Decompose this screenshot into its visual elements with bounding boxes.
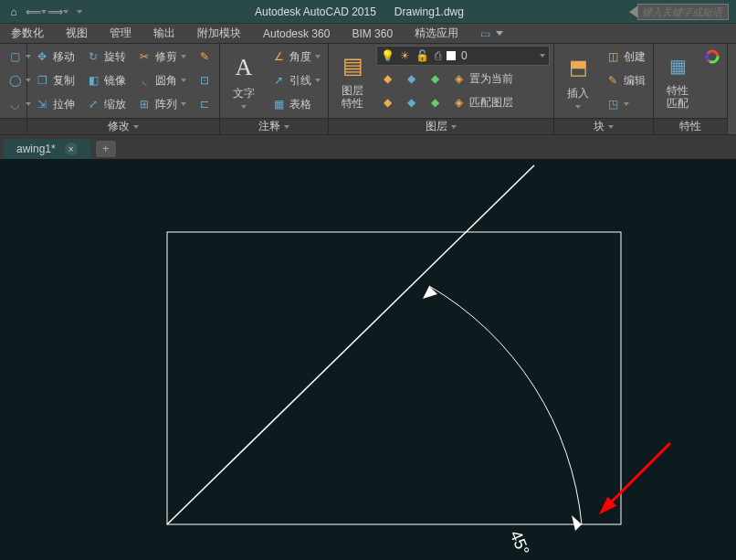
match-properties-button[interactable]: ▦ 特性 匹配 xyxy=(657,46,698,115)
insert-button[interactable]: ⬒ 插入 xyxy=(558,46,598,115)
table-button[interactable]: ▦表格 xyxy=(268,93,324,115)
tab-label: awing1* xyxy=(16,143,56,155)
panel-title-properties[interactable]: 特性 xyxy=(654,118,727,134)
rotate-button[interactable]: ↻旋转 xyxy=(82,46,130,68)
chevron-down-icon xyxy=(41,10,47,14)
drawing-canvas[interactable]: 45° xyxy=(0,159,736,560)
arrow-right-icon: ⟹ xyxy=(47,5,63,18)
scale-icon: ⤢ xyxy=(86,97,100,111)
move-icon: ✥ xyxy=(35,49,49,64)
layer-tool-6[interactable]: ◆ xyxy=(424,91,446,113)
edit-label: 编辑 xyxy=(624,73,646,89)
layer-tool-5[interactable]: ◆ xyxy=(400,91,422,113)
qat-more-button[interactable] xyxy=(69,3,89,21)
table-icon: ▦ xyxy=(271,97,286,111)
panel-title-layers[interactable]: 图层 xyxy=(329,118,553,134)
block-tool-button[interactable]: ◳ xyxy=(602,93,649,115)
stretch-icon: ⇲ xyxy=(35,97,49,111)
move-button[interactable]: ✥移动 xyxy=(31,46,79,68)
qat-back-button[interactable]: ⟸ xyxy=(26,3,46,21)
menu-output[interactable]: 输出 xyxy=(142,24,186,44)
chevron-down-icon xyxy=(540,54,545,58)
menu-parametric[interactable]: 参数化 xyxy=(0,24,55,44)
trim-label: 修剪 xyxy=(155,49,177,65)
edit-block-button[interactable]: ✎编辑 xyxy=(602,69,649,91)
create-block-button[interactable]: ◫创建 xyxy=(602,46,649,68)
layer-props-icon: ▤ xyxy=(338,51,367,80)
qat-home-button[interactable]: ⌂ xyxy=(4,3,24,21)
modify-tool-3[interactable]: ⊏ xyxy=(194,93,216,115)
layer-props-label: 图层 特性 xyxy=(342,84,363,111)
chevron-down-icon xyxy=(181,79,186,82)
menu-a360[interactable]: Autodesk 360 xyxy=(252,24,341,44)
rotate-icon: ↻ xyxy=(86,49,100,64)
angle-icon: ∠ xyxy=(271,49,286,64)
mirror-button[interactable]: ◧镜像 xyxy=(82,69,130,91)
modify-tool-2[interactable]: ⊡ xyxy=(194,69,216,91)
angle-dim-button[interactable]: ∠角度 xyxy=(268,46,324,68)
plus-icon: + xyxy=(102,143,109,155)
layer-icon: ◈ xyxy=(451,71,466,86)
modify-tool-1[interactable]: ✎ xyxy=(194,46,216,68)
menu-featured[interactable]: 精选应用 xyxy=(404,24,469,44)
chevron-down-icon xyxy=(315,55,321,58)
panel-title-annotate[interactable]: 注释 xyxy=(220,118,328,134)
file-name: Drawing1.dwg xyxy=(394,5,464,18)
stretch-label: 拉伸 xyxy=(53,97,75,112)
ribbon-panel-layers: ▤ 图层 特性 💡 ☀ 🔓 ⎙ 0 ◆ ◆ ◆ ◈置 xyxy=(329,44,554,134)
ribbon-panel-annotate: A 文字 ∠角度 ↗引线 ▦表格 注释 xyxy=(220,44,329,134)
tab-close-button[interactable]: × xyxy=(65,143,78,155)
layer-tool-1[interactable]: ◆ xyxy=(376,68,398,90)
menu-manage[interactable]: 管理 xyxy=(99,24,142,44)
leader-button[interactable]: ↗引线 xyxy=(268,69,324,91)
ribbon-panel-partial-left: ▢ ◯ ◡ xyxy=(0,44,27,134)
chevron-down-icon xyxy=(133,125,139,129)
trim-button[interactable]: ✂修剪 xyxy=(133,46,190,68)
set-current-label: 置为当前 xyxy=(469,71,513,87)
layer-tool-2[interactable]: ◆ xyxy=(400,68,422,90)
title-bar: ⌂ ⟸ ⟹ Autodesk AutoCAD 2015 Drawing1.dwg xyxy=(0,0,736,24)
layer-tool-3[interactable]: ◆ xyxy=(424,68,446,90)
qat-forward-button[interactable]: ⟹ xyxy=(47,3,68,21)
app-title: Autodesk AutoCAD 2015 xyxy=(255,5,376,18)
text-icon: A xyxy=(229,53,258,82)
match-layer-label: 匹配图层 xyxy=(469,95,513,111)
array-icon: ⊞ xyxy=(137,97,152,111)
tool-icon: ⊡ xyxy=(197,73,212,88)
panel-title-block[interactable]: 块 xyxy=(554,118,653,134)
layer-tool-4[interactable]: ◆ xyxy=(376,91,398,113)
match-icon: ◈ xyxy=(451,95,466,110)
tab-add-button[interactable]: + xyxy=(96,141,116,157)
layer-icon: ◆ xyxy=(380,71,394,86)
match-props-label: 特性 匹配 xyxy=(667,84,689,111)
stretch-button[interactable]: ⇲拉伸 xyxy=(31,93,79,115)
panel-title-modify[interactable]: 修改 xyxy=(27,118,219,134)
panel-icon: ▭ xyxy=(480,27,490,40)
document-tab[interactable]: awing1* × xyxy=(4,139,90,159)
copy-button[interactable]: ❐复制 xyxy=(31,69,79,91)
match-layer-button[interactable]: ◈匹配图层 xyxy=(447,91,517,113)
search-box[interactable] xyxy=(629,4,729,20)
scale-button[interactable]: ⤢缩放 xyxy=(82,93,130,115)
layer-properties-button[interactable]: ▤ 图层 特性 xyxy=(332,46,373,115)
array-button[interactable]: ⊞阵列 xyxy=(133,93,190,115)
fillet-button[interactable]: ◟圆角 xyxy=(133,69,190,91)
block-icon: ◳ xyxy=(605,97,620,111)
text-button[interactable]: A 文字 xyxy=(224,46,264,115)
menu-addins[interactable]: 附加模块 xyxy=(186,24,252,44)
layer-name: 0 xyxy=(461,49,468,62)
color-picker-button[interactable] xyxy=(701,46,723,68)
set-current-button[interactable]: ◈置为当前 xyxy=(447,68,517,90)
menu-overflow[interactable]: ▭ xyxy=(469,24,514,44)
search-input[interactable] xyxy=(637,4,729,20)
menu-bim360[interactable]: BIM 360 xyxy=(341,24,404,44)
array-label: 阵列 xyxy=(155,97,177,112)
layer-combo[interactable]: 💡 ☀ 🔓 ⎙ 0 xyxy=(376,46,550,66)
insert-icon: ⬒ xyxy=(563,53,593,82)
menu-view[interactable]: 视图 xyxy=(55,24,99,44)
create-label: 创建 xyxy=(624,49,646,65)
color-swatch xyxy=(447,51,456,60)
edit-icon: ✎ xyxy=(605,73,620,88)
table-label: 表格 xyxy=(289,97,311,112)
circle-icon: ◯ xyxy=(7,73,22,88)
